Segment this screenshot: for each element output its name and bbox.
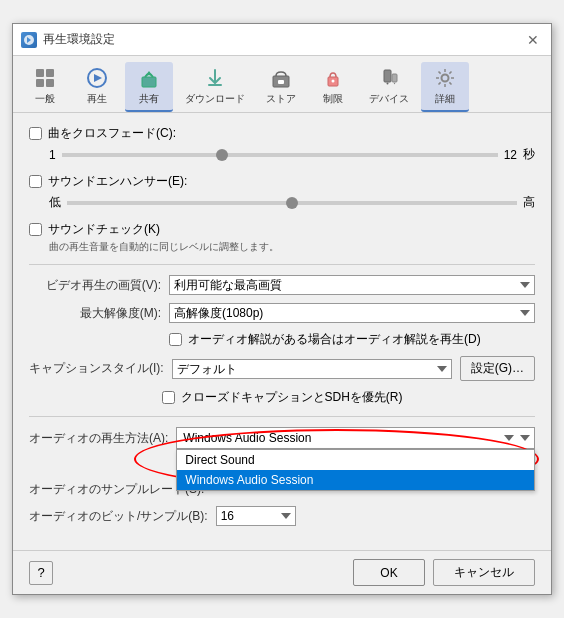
caption-settings-button[interactable]: 設定(G)… bbox=[460, 356, 535, 381]
sound-check-section: サウンドチェック(K) 曲の再生音量を自動的に同じレベルに調整します。 bbox=[29, 221, 535, 254]
dropdown-arrow-icon bbox=[504, 435, 514, 441]
cancel-button[interactable]: キャンセル bbox=[433, 559, 535, 586]
playback-method-label: オーディオの再生方法(A): bbox=[29, 430, 176, 447]
playback-method-trigger[interactable]: Windows Audio Session bbox=[176, 427, 535, 449]
sound-enhancer-label: サウンドエンハンサー(E): bbox=[48, 173, 187, 190]
caption-style-select[interactable]: デフォルト bbox=[172, 359, 452, 379]
svg-rect-8 bbox=[208, 84, 222, 86]
sound-enhancer-slider[interactable] bbox=[67, 201, 517, 205]
crossfade-max-label: 12 bbox=[504, 148, 517, 162]
crossfade-label: 曲をクロスフェード(C): bbox=[48, 125, 176, 142]
crossfade-min-label: 1 bbox=[49, 148, 56, 162]
crossfade-checkbox[interactable] bbox=[29, 127, 42, 140]
sharing-icon bbox=[137, 66, 161, 90]
crossfade-row: 曲をクロスフェード(C): bbox=[29, 125, 535, 142]
toolbar-devices[interactable]: デバイス bbox=[361, 62, 417, 112]
enhancer-min-label: 低 bbox=[49, 194, 61, 211]
sound-check-label: サウンドチェック(K) bbox=[48, 221, 160, 238]
toolbar-restrictions[interactable]: 制限 bbox=[309, 62, 357, 112]
store-icon bbox=[269, 66, 293, 90]
main-content: 曲をクロスフェード(C): 1 12 秒 サウンドエンハンサー(E): 低 高 bbox=[13, 113, 551, 546]
toolbar-advanced-label: 詳細 bbox=[435, 92, 455, 106]
dropdown-item-windows-audio[interactable]: Windows Audio Session bbox=[177, 470, 534, 490]
toolbar-general[interactable]: 一般 bbox=[21, 62, 69, 112]
crossfade-slider-row: 1 12 秒 bbox=[49, 146, 535, 163]
picture-quality-select[interactable]: 利用可能な最高画質 bbox=[169, 275, 535, 295]
closed-caption-checkbox[interactable] bbox=[162, 391, 175, 404]
playback-method-control: Windows Audio Session Direct Sound Windo… bbox=[176, 427, 535, 449]
audio-section: オーディオの再生方法(A): Windows Audio Session Dir… bbox=[29, 427, 535, 526]
title-bar-left: 再生環境設定 bbox=[21, 31, 115, 48]
sound-enhancer-section: サウンドエンハンサー(E): 低 高 bbox=[29, 173, 535, 211]
svg-rect-4 bbox=[46, 79, 54, 87]
caption-style-control: デフォルト 設定(G)… bbox=[172, 356, 535, 381]
download-icon bbox=[203, 66, 227, 90]
ok-button[interactable]: OK bbox=[353, 559, 425, 586]
help-button[interactable]: ? bbox=[29, 561, 53, 585]
toolbar-store-label: ストア bbox=[266, 92, 296, 106]
svg-rect-10 bbox=[278, 80, 284, 84]
bit-depth-select[interactable]: 16 bbox=[216, 506, 296, 526]
playback-method-value: Windows Audio Session bbox=[183, 431, 311, 445]
action-buttons: OK キャンセル bbox=[353, 559, 535, 586]
audio-desc-checkbox[interactable] bbox=[169, 333, 182, 346]
window-title: 再生環境設定 bbox=[43, 31, 115, 48]
dropdown-list: Direct Sound Windows Audio Session bbox=[176, 449, 535, 491]
crossfade-unit: 秒 bbox=[523, 146, 535, 163]
toolbar-playback-label: 再生 bbox=[87, 92, 107, 106]
picture-quality-label: ビデオ再生の画質(V): bbox=[29, 277, 169, 294]
svg-point-16 bbox=[394, 83, 395, 84]
title-bar: 再生環境設定 ✕ bbox=[13, 24, 551, 56]
app-icon bbox=[21, 32, 37, 48]
sound-enhancer-checkbox[interactable] bbox=[29, 175, 42, 188]
svg-rect-13 bbox=[384, 70, 391, 82]
enhancer-max-label: 高 bbox=[523, 194, 535, 211]
playback-method-row: オーディオの再生方法(A): Windows Audio Session Dir… bbox=[29, 427, 535, 449]
max-resolution-control: 高解像度(1080p) bbox=[169, 303, 535, 323]
toolbar-sharing[interactable]: 共有 bbox=[125, 62, 173, 112]
close-button[interactable]: ✕ bbox=[523, 30, 543, 50]
closed-caption-text: クローズドキャプションとSDHを優先(R) bbox=[181, 389, 403, 406]
toolbar-download[interactable]: ダウンロード bbox=[177, 62, 253, 112]
toolbar-store[interactable]: ストア bbox=[257, 62, 305, 112]
sound-check-row: サウンドチェック(K) bbox=[29, 221, 535, 238]
video-section: ビデオ再生の画質(V): 利用可能な最高画質 最大解像度(M): 高解像度(10… bbox=[29, 275, 535, 406]
audio-desc-label: オーディオ解説がある場合はオーディオ解説を再生(D) bbox=[169, 331, 535, 348]
dropdown-item-direct-sound[interactable]: Direct Sound bbox=[177, 450, 534, 470]
audio-desc-control: オーディオ解説がある場合はオーディオ解説を再生(D) bbox=[169, 331, 535, 348]
restrictions-icon bbox=[321, 66, 345, 90]
svg-point-12 bbox=[332, 80, 335, 83]
closed-caption-row: クローズドキャプションとSDHを優先(R) bbox=[29, 389, 535, 406]
sound-enhancer-row: サウンドエンハンサー(E): bbox=[29, 173, 535, 190]
crossfade-slider[interactable] bbox=[62, 153, 498, 157]
toolbar: 一般 再生 共有 bbox=[13, 56, 551, 113]
sound-check-note: 曲の再生音量を自動的に同じレベルに調整します。 bbox=[49, 240, 535, 254]
settings-window: 再生環境設定 ✕ 一般 再生 bbox=[12, 23, 552, 595]
caption-style-label: キャプションスタイル(I): bbox=[29, 360, 172, 377]
toolbar-restrictions-label: 制限 bbox=[323, 92, 343, 106]
bit-depth-row: オーディオのビット/サンプル(B): 16 bbox=[29, 506, 535, 526]
general-icon bbox=[33, 66, 57, 90]
sound-enhancer-slider-row: 低 高 bbox=[49, 194, 535, 211]
divider-2 bbox=[29, 416, 535, 417]
max-resolution-select[interactable]: 高解像度(1080p) bbox=[169, 303, 535, 323]
toolbar-advanced[interactable]: 詳細 bbox=[421, 62, 469, 112]
caption-style-row: キャプションスタイル(I): デフォルト 設定(G)… bbox=[29, 356, 535, 381]
closed-caption-label: クローズドキャプションとSDHを優先(R) bbox=[162, 389, 403, 406]
toolbar-playback[interactable]: 再生 bbox=[73, 62, 121, 112]
sound-check-checkbox[interactable] bbox=[29, 223, 42, 236]
crossfade-section: 曲をクロスフェード(C): 1 12 秒 bbox=[29, 125, 535, 163]
svg-point-17 bbox=[442, 75, 449, 82]
max-resolution-label: 最大解像度(M): bbox=[29, 305, 169, 322]
toolbar-download-label: ダウンロード bbox=[185, 92, 245, 106]
svg-rect-15 bbox=[392, 74, 397, 82]
audio-desc-text: オーディオ解説がある場合はオーディオ解説を再生(D) bbox=[188, 331, 481, 348]
svg-marker-6 bbox=[94, 74, 102, 82]
divider-1 bbox=[29, 264, 535, 265]
playback-icon bbox=[85, 66, 109, 90]
bottom-bar: ? OK キャンセル bbox=[13, 550, 551, 594]
picture-quality-row: ビデオ再生の画質(V): 利用可能な最高画質 bbox=[29, 275, 535, 295]
svg-rect-2 bbox=[46, 69, 54, 77]
bit-depth-label: オーディオのビット/サンプル(B): bbox=[29, 508, 216, 525]
svg-rect-3 bbox=[36, 79, 44, 87]
